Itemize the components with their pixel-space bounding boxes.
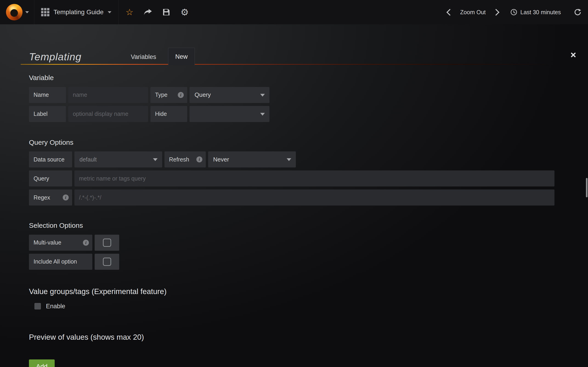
refresh-select[interactable]: Never (208, 151, 296, 167)
tab-variables[interactable]: Variables (128, 53, 158, 60)
zoom-out-button[interactable]: Zoom Out (460, 9, 485, 16)
dashboard-picker-button[interactable]: Templating Guide (34, 0, 119, 24)
include-all-label: Include All option (29, 254, 92, 270)
name-input[interactable] (68, 87, 148, 103)
hide-label: Hide (150, 106, 187, 122)
refresh-select-value: Never (213, 156, 229, 163)
share-button[interactable] (139, 0, 157, 24)
dashboard-actions: ☆ ⚙ (119, 0, 194, 24)
regex-row: Regex i (29, 190, 579, 206)
grafana-menu-button[interactable] (0, 0, 34, 24)
floppy-save-icon (163, 8, 170, 16)
enable-checkbox[interactable] (35, 303, 41, 309)
enable-row: Enable (35, 302, 579, 311)
hide-select[interactable] (190, 106, 269, 122)
accent-gradient-line (21, 64, 579, 65)
multi-value-checkbox[interactable] (103, 239, 111, 247)
star-icon: ☆ (126, 8, 133, 17)
chevron-right-icon[interactable] (493, 9, 499, 16)
info-icon[interactable]: i (63, 194, 69, 200)
datasource-select[interactable]: default (74, 151, 162, 167)
type-label-text: Type (155, 92, 167, 98)
grafana-logo (6, 4, 23, 20)
variable-label-row: Label Hide (29, 106, 579, 122)
multi-value-checkbox-cell (95, 235, 119, 251)
time-controls: Zoom Out Last 30 minutes (447, 0, 588, 24)
share-icon (144, 9, 152, 16)
tab-new[interactable]: New (168, 48, 195, 65)
refresh-button[interactable] (574, 8, 582, 16)
dashboard-grid-icon (41, 8, 49, 16)
clock-icon (510, 9, 517, 16)
heading-variable: Variable (29, 74, 579, 82)
caret-down-icon (260, 94, 265, 97)
favorite-button[interactable]: ☆ (120, 0, 139, 24)
query-input[interactable] (74, 170, 554, 186)
gear-icon: ⚙ (181, 8, 189, 17)
info-icon[interactable]: i (83, 240, 89, 246)
page-title: Templating (29, 51, 81, 63)
settings-button[interactable]: ⚙ (175, 0, 194, 24)
time-range-button[interactable]: Last 30 minutes (510, 9, 561, 16)
regex-input[interactable] (74, 190, 554, 206)
datasource-select-value: default (79, 156, 97, 163)
include-all-row: Include All option (29, 254, 579, 270)
type-select[interactable]: Query (190, 87, 269, 103)
include-all-checkbox[interactable] (103, 258, 111, 266)
dashboard-title: Templating Guide (53, 8, 104, 16)
caret-down-icon (153, 158, 157, 161)
heading-selection-options: Selection Options (29, 222, 579, 230)
multi-value-row: Multi-value i (29, 235, 579, 251)
refresh-icon (574, 8, 582, 16)
info-icon[interactable]: i (196, 156, 202, 162)
templating-editor: Templating Variables New Variable Name T… (21, 45, 579, 367)
chevron-down-icon (25, 11, 29, 13)
time-nav-group: Zoom Out (447, 9, 498, 16)
regex-label: Regex i (29, 190, 72, 206)
heading-preview: Preview of values (shows max 20) (29, 333, 579, 342)
heading-query-options: Query Options (29, 139, 579, 147)
multi-value-label: Multi-value i (29, 235, 92, 251)
datasource-row: Data source default Refresh i Never (29, 151, 579, 167)
name-label: Name (29, 87, 66, 103)
editor-header: Templating Variables New (21, 45, 579, 65)
refresh-label: Refresh i (164, 151, 206, 167)
refresh-label-text: Refresh (169, 156, 189, 163)
dashboard-body: Templating Variables New Variable Name T… (0, 24, 588, 367)
editor-tabs: Variables New (128, 48, 195, 65)
datasource-label: Data source (29, 151, 72, 167)
variable-name-row: Name Type i Query (29, 87, 579, 103)
caret-down-icon (260, 113, 265, 116)
add-button[interactable]: Add (29, 359, 55, 367)
enable-label: Enable (46, 303, 65, 310)
info-icon[interactable]: i (178, 92, 184, 98)
include-all-checkbox-cell (95, 254, 119, 270)
time-range-label: Last 30 minutes (520, 9, 561, 16)
query-row: Query (29, 170, 579, 186)
regex-label-text: Regex (34, 194, 50, 201)
scrollbar-thumb[interactable] (586, 178, 588, 197)
chevron-left-icon[interactable] (447, 9, 453, 16)
save-button[interactable] (157, 0, 175, 24)
type-label: Type i (150, 87, 187, 103)
label-label: Label (29, 106, 66, 122)
close-icon[interactable] (570, 52, 577, 58)
top-navbar: Templating Guide ☆ ⚙ Zoom Out (0, 0, 588, 24)
caret-down-icon (287, 158, 291, 161)
type-select-value: Query (195, 91, 211, 98)
label-input[interactable] (68, 106, 148, 122)
chevron-down-icon (108, 11, 111, 13)
heading-value-groups: Value groups/tags (Experimental feature) (29, 287, 579, 296)
query-label: Query (29, 170, 72, 186)
multi-value-label-text: Multi-value (34, 239, 61, 246)
